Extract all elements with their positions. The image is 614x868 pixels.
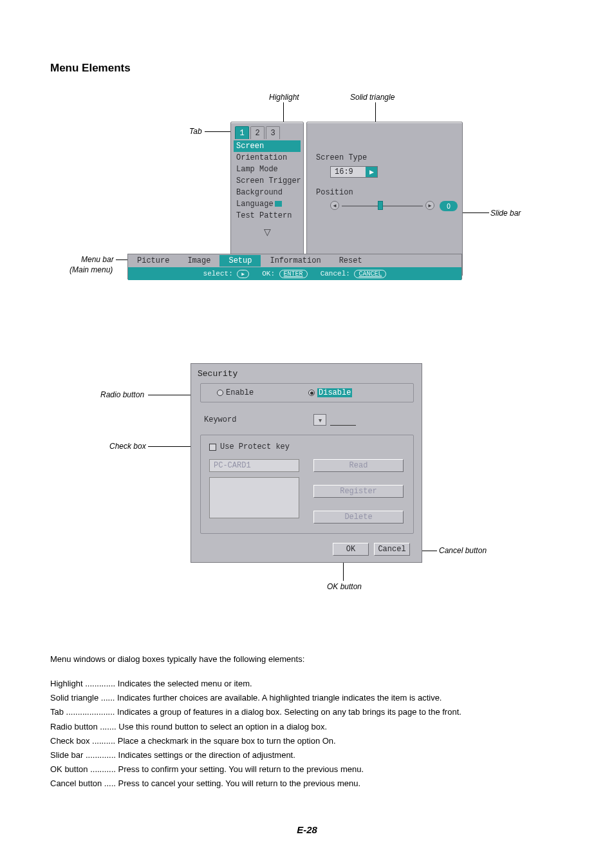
- callout-radio-button: Radio button: [100, 390, 144, 399]
- radio-enable[interactable]: Enable: [217, 388, 254, 397]
- ok-button[interactable]: OK: [333, 543, 369, 556]
- callout-main-menu: (Main menu): [70, 265, 113, 274]
- figure-dialog-elements: Radio button Check box Cancel button OK …: [50, 363, 564, 595]
- keyword-dropdown[interactable]: ▾: [313, 414, 326, 426]
- menu-help-bar: select: OK: ENTER Cancel: CANCEL: [128, 267, 461, 280]
- setup-submenu-panel: 1 2 3 Screen Orientation Lamp Mode Scree…: [230, 122, 304, 276]
- enter-key-icon: ENTER: [279, 270, 308, 278]
- label-screen-type: Screen Type: [316, 153, 367, 162]
- more-items-triangle-icon: ▽: [231, 223, 303, 237]
- figure-menu-elements: Highlight Solid triangle Tab Slide bar M…: [50, 86, 564, 292]
- def-row: Check box .......... Place a checkmark i…: [50, 735, 564, 748]
- leader: [116, 259, 127, 260]
- menu-image[interactable]: Image: [178, 256, 219, 265]
- definitions-intro: Menu windows or dialog boxes typically h…: [50, 653, 564, 666]
- slider-left-icon[interactable]: ◄: [330, 201, 339, 210]
- def-row: Radio button ....... Use this round butt…: [50, 721, 564, 733]
- play-icon: [237, 270, 249, 278]
- label-position: Position: [316, 188, 353, 197]
- solid-triangle-icon: ▶: [366, 167, 377, 177]
- def-row: Solid triangle ...... Indicates further …: [50, 692, 564, 704]
- menu-item-language[interactable]: Language: [234, 198, 301, 210]
- key-list: [209, 477, 299, 518]
- read-button[interactable]: Read: [313, 459, 404, 472]
- section-title: Menu Elements: [50, 62, 564, 75]
- menu-setup[interactable]: Setup: [219, 255, 261, 267]
- tab-2[interactable]: 2: [250, 126, 265, 139]
- slider-right-icon[interactable]: ►: [425, 201, 434, 210]
- keyword-field-line: [330, 425, 356, 426]
- security-dialog: Security Enable Disable Keyword ▾ Use Pr…: [191, 363, 422, 563]
- pc-card-field: PC-CARD1: [209, 459, 299, 472]
- screen-type-value: 16:9: [331, 167, 366, 176]
- menu-item-screen-trigger[interactable]: Screen Trigger: [234, 175, 301, 187]
- callout-slide-bar: Slide bar: [490, 209, 521, 218]
- tab-1[interactable]: 1: [235, 126, 249, 139]
- def-row: Highlight ............. Indicates the se…: [50, 677, 564, 690]
- menu-item-orientation[interactable]: Orientation: [234, 152, 301, 164]
- def-row: Cancel button ..... Press to cancel your…: [50, 777, 564, 790]
- tab-3[interactable]: 3: [266, 126, 280, 139]
- screen-settings-panel: Screen Type 16:9 ▶ Position ◄ ► 0: [306, 122, 463, 276]
- dialog-title: Security: [198, 369, 237, 379]
- callout-tab: Tab: [189, 127, 202, 136]
- delete-button[interactable]: Delete: [313, 511, 404, 524]
- register-button[interactable]: Register: [313, 485, 404, 498]
- def-row: Slide bar ............. Indicates settin…: [50, 749, 564, 762]
- callout-solid-triangle: Solid triangle: [350, 93, 395, 102]
- callout-ok-button: OK button: [327, 582, 362, 591]
- callout-cancel-button: Cancel button: [439, 546, 487, 555]
- callout-highlight: Highlight: [269, 93, 299, 102]
- menu-bar: Picture Image Setup Information Reset se…: [127, 254, 462, 279]
- def-row: Tab ..................... Indicates a gr…: [50, 706, 564, 719]
- leader: [461, 212, 489, 213]
- label-use-protect-key: Use Protect key: [220, 442, 290, 451]
- radio-disable[interactable]: Disable: [308, 388, 352, 397]
- label-keyword: Keyword: [204, 415, 236, 424]
- cancel-button[interactable]: Cancel: [374, 543, 410, 556]
- callout-menu-bar: Menu bar: [81, 255, 114, 264]
- slider-value-pill: 0: [440, 201, 458, 211]
- menu-reset[interactable]: Reset: [330, 256, 371, 265]
- menu-item-test-pattern[interactable]: Test Pattern: [234, 210, 301, 222]
- definitions: Menu windows or dialog boxes typically h…: [50, 653, 564, 790]
- page-number: E-28: [0, 824, 614, 835]
- checkbox-use-protect-key[interactable]: [209, 444, 216, 451]
- menu-item-screen[interactable]: Screen: [234, 140, 301, 152]
- language-icon: [275, 201, 282, 207]
- menu-item-lamp-mode[interactable]: Lamp Mode: [234, 164, 301, 175]
- menu-information[interactable]: Information: [261, 256, 330, 265]
- menu-item-background[interactable]: Background: [234, 187, 301, 198]
- menu-picture[interactable]: Picture: [128, 256, 178, 265]
- screen-type-dropdown[interactable]: 16:9 ▶: [330, 166, 378, 178]
- cancel-key-icon: CANCEL: [354, 270, 386, 278]
- position-slider-knob[interactable]: [378, 201, 383, 210]
- callout-check-box: Check box: [109, 442, 146, 451]
- def-row: OK button ........... Press to confirm y…: [50, 763, 564, 776]
